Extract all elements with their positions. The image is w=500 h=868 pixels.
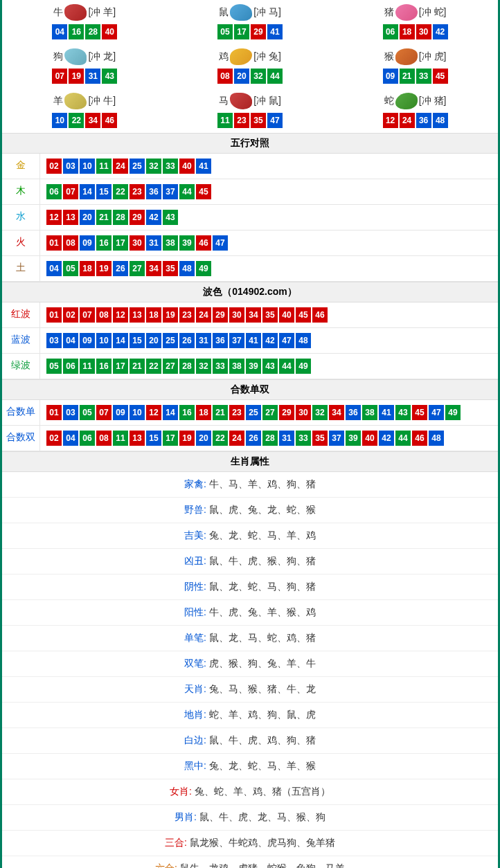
- number-ball: 08: [96, 307, 111, 323]
- zodiac-numbers: 05172941: [168, 24, 333, 40]
- attr-value: 牛、马、羊、鸡、狗、猪: [209, 478, 316, 489]
- data-row: 合数单 010305070910121416182123252729303234…: [2, 400, 498, 426]
- number-ball: 44: [179, 184, 195, 199]
- number-ball: 05: [63, 261, 78, 276]
- number-ball: 09: [80, 333, 95, 348]
- number-ball: 24: [196, 307, 211, 323]
- row-label: 红波: [2, 302, 40, 327]
- number-ball: 10: [130, 405, 145, 420]
- data-row: 水 1213202128294243: [2, 205, 498, 230]
- number-ball: 41: [379, 405, 394, 420]
- data-row: 合数双 020406081113151719202224262831333537…: [2, 426, 498, 451]
- attr-row: 地肖: 蛇、羊、鸡、狗、鼠、虎: [2, 703, 498, 728]
- number-ball: 02: [46, 431, 62, 446]
- attr-label: 阴性:: [184, 581, 209, 592]
- attr-label: 黑中:: [184, 760, 209, 771]
- attr-value: 鼠、龙、蛇、马、狗、猪: [209, 581, 316, 592]
- zodiac-numbers: 11233547: [168, 112, 333, 129]
- zodiac-numbers: 10223446: [2, 112, 168, 129]
- data-row: 火 0108091617303138394647: [2, 230, 498, 256]
- data-row: 土 04051819262734354849: [2, 256, 498, 282]
- attr-row: 单笔: 鼠、龙、马、蛇、鸡、猪: [2, 626, 498, 651]
- number-ball: 36: [416, 113, 431, 128]
- number-ball: 13: [63, 210, 78, 225]
- attr-label: 单笔:: [184, 632, 209, 643]
- row-label: 蓝波: [2, 328, 40, 353]
- number-ball: 37: [163, 184, 178, 199]
- number-ball: 01: [46, 307, 62, 323]
- number-ball: 17: [163, 431, 178, 446]
- number-ball: 41: [246, 333, 261, 348]
- number-ball: 32: [312, 405, 328, 420]
- number-ball: 09: [383, 69, 398, 84]
- number-ball: 02: [63, 307, 78, 323]
- rooster-icon: [230, 48, 252, 65]
- number-ball: 19: [163, 307, 178, 323]
- attr-row: 男肖: 鼠、牛、虎、龙、马、猴、狗: [2, 805, 498, 831]
- attr-row: 白边: 鼠、牛、虎、鸡、狗、猪: [2, 728, 498, 754]
- number-ball: 13: [130, 431, 145, 446]
- zodiac-name: 马: [219, 95, 229, 107]
- number-ball: 05: [46, 359, 62, 374]
- horse-icon: [230, 93, 252, 109]
- number-ball: 01: [46, 235, 62, 251]
- number-ball: 47: [279, 333, 294, 348]
- number-ball: 41: [267, 24, 283, 39]
- attr-row: 六合: 鼠牛、龙鸡、虎猪、蛇猴、兔狗、马羊: [2, 856, 498, 868]
- number-ball: 41: [196, 159, 211, 174]
- number-ball: 06: [46, 184, 62, 199]
- goat-icon: [64, 93, 87, 109]
- number-ball: 21: [130, 359, 145, 374]
- number-ball: 14: [113, 333, 128, 348]
- number-ball: 31: [279, 431, 294, 446]
- number-ball: 07: [63, 184, 78, 199]
- number-ball: 45: [296, 307, 311, 323]
- zodiac-name: 鸡: [219, 51, 229, 63]
- number-ball: 19: [96, 261, 111, 276]
- number-ball: 12: [113, 307, 128, 323]
- number-ball: 46: [312, 307, 328, 323]
- number-ball: 48: [296, 333, 311, 348]
- number-ball: 45: [196, 184, 211, 199]
- attr-label: 白边:: [184, 734, 209, 745]
- number-ball: 20: [146, 333, 161, 348]
- number-ball: 40: [102, 24, 117, 39]
- zodiac-cell: 羊 [冲 牛] 10223446: [2, 89, 168, 133]
- number-ball: 29: [251, 24, 266, 39]
- number-ball: 42: [379, 431, 394, 446]
- number-ball: 38: [362, 405, 377, 420]
- row-content: 06071415222336374445: [40, 179, 498, 204]
- number-ball: 23: [229, 405, 244, 420]
- attr-label: 三合:: [165, 837, 190, 848]
- number-ball: 40: [279, 307, 294, 323]
- row-content: 0102070812131819232429303435404546: [40, 302, 498, 327]
- number-ball: 33: [416, 69, 431, 84]
- number-ball: 06: [80, 431, 95, 446]
- zodiac-cell: 蛇 [冲 猪] 12243648: [332, 89, 498, 133]
- number-ball: 03: [63, 159, 78, 174]
- number-ball: 36: [213, 333, 228, 348]
- rat-icon: [230, 4, 252, 21]
- number-ball: 22: [69, 113, 84, 128]
- attr-section: 家禽: 牛、马、羊、鸡、狗、猪野兽: 鼠、虎、兔、龙、蛇、猴吉美: 兔、龙、蛇、…: [2, 472, 498, 868]
- attr-value: 兔、蛇、羊、鸡、猪（五宫肖）: [195, 786, 330, 797]
- attr-row: 阴性: 鼠、龙、蛇、马、狗、猪: [2, 575, 498, 600]
- zodiac-cell: 鸡 [冲 兔] 08203244: [168, 44, 333, 89]
- attr-label: 地肖:: [184, 709, 209, 720]
- number-ball: 10: [96, 333, 111, 348]
- attr-value: 兔、马、猴、猪、牛、龙: [209, 683, 316, 694]
- number-ball: 45: [433, 69, 448, 84]
- number-ball: 40: [362, 431, 377, 446]
- number-ball: 15: [146, 431, 161, 446]
- zodiac-name: 狗: [53, 51, 63, 63]
- number-ball: 24: [113, 159, 128, 174]
- number-ball: 11: [96, 159, 111, 174]
- number-ball: 47: [429, 405, 444, 420]
- number-ball: 28: [113, 210, 128, 225]
- number-ball: 22: [113, 184, 128, 199]
- number-ball: 37: [229, 333, 244, 348]
- number-ball: 46: [102, 113, 117, 128]
- number-ball: 10: [80, 159, 95, 174]
- row-label: 水: [2, 205, 40, 230]
- number-ball: 33: [213, 359, 228, 374]
